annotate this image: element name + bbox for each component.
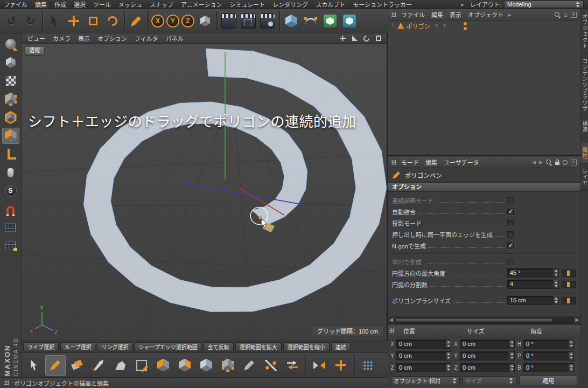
spinner-icon[interactable] — [509, 352, 514, 360]
selection-command-button[interactable]: ループ選択 — [60, 342, 95, 351]
position-field[interactable]: 0 cm — [396, 340, 451, 349]
object-item-polygon[interactable]: └ ポリゴン — [388, 20, 580, 31]
iron-tool-icon[interactable] — [110, 355, 130, 376]
zoom-view-icon[interactable] — [351, 34, 359, 42]
position-field[interactable]: 0 cm — [396, 363, 451, 372]
selection-command-button[interactable]: 全て反転 — [204, 342, 234, 351]
add-panel-icon[interactable] — [571, 160, 577, 165]
redo-icon[interactable]: ↻ — [21, 11, 40, 31]
magnet-snap-icon[interactable] — [2, 201, 19, 217]
layer-chip-icon[interactable] — [434, 24, 438, 28]
quad-pen-tool-icon[interactable] — [131, 355, 152, 376]
history-forward-icon[interactable]: ▶ — [539, 160, 543, 165]
axis-mode-icon[interactable] — [2, 146, 19, 162]
camera-label[interactable]: 透視 — [25, 46, 44, 55]
attribute-manager-menu-item[interactable]: 編集 — [422, 158, 440, 167]
axis-center-tool-icon[interactable] — [331, 355, 351, 376]
menu-item[interactable]: アニメーション — [177, 0, 226, 9]
axis-lock-button[interactable]: Z — [181, 15, 194, 27]
render-view-icon[interactable] — [219, 11, 239, 31]
matrix-extrude-tool-icon[interactable] — [196, 355, 216, 376]
polygon-pen-tool-icon[interactable] — [45, 355, 66, 376]
grid-snap-tool-icon[interactable] — [358, 355, 378, 376]
spinner-icon[interactable] — [568, 364, 573, 372]
search-icon[interactable] — [555, 12, 561, 18]
object-label[interactable]: ポリゴン — [407, 22, 430, 30]
viewport-menu-item[interactable]: パネル — [162, 33, 187, 43]
line-cut-tool-icon[interactable] — [239, 355, 260, 376]
panel-tab[interactable]: コンテンツブラウザ — [581, 54, 588, 116]
panel-tab[interactable]: レイヤ — [581, 164, 588, 191]
viewport-menu-item[interactable]: カメラ — [49, 33, 74, 43]
coordinate-system-icon[interactable] — [195, 11, 215, 31]
inner-extrude-tool-icon[interactable] — [174, 355, 195, 376]
spinner-icon[interactable] — [553, 269, 558, 277]
render-settings-icon[interactable] — [258, 11, 277, 31]
polygons-mode-icon[interactable] — [2, 128, 19, 144]
create-polygon-tool-icon[interactable] — [67, 355, 87, 376]
workplane-lock-icon[interactable] — [2, 238, 19, 254]
layout-dropdown[interactable]: Modeling — [504, 1, 584, 8]
search-icon[interactable] — [546, 160, 552, 165]
pin-icon[interactable] — [563, 160, 568, 165]
viewport-canvas[interactable]: Y Z X 透視 シフト＋エッジのドラッグでポリゴンの連続的追加 グリッド間隔：… — [22, 44, 387, 340]
panel-tab[interactable]: 属性 — [581, 143, 588, 164]
viewport-menu-item[interactable]: フィルタ — [131, 33, 162, 43]
history-back-icon[interactable]: ◀ — [532, 160, 536, 165]
rotation-field[interactable]: 0 ° — [523, 363, 574, 372]
menu-item[interactable]: メッシュ — [115, 0, 146, 9]
checkbox[interactable] — [507, 220, 514, 226]
object-manager-menu-item[interactable]: オブジェクト — [465, 10, 507, 19]
rotation-field[interactable]: 0 ° — [523, 340, 574, 349]
axis-lock-button[interactable]: Y — [166, 15, 179, 27]
attribute-manager-menu-item[interactable]: ユーザデータ — [440, 158, 482, 167]
viewport-menu-item[interactable]: ビュー — [24, 33, 49, 43]
apply-button[interactable]: 適用 — [519, 376, 577, 385]
section-header-options[interactable]: オプション — [388, 182, 580, 192]
spline-pen-icon[interactable] — [301, 11, 320, 31]
object-manager-menu-item[interactable]: ファイル — [398, 10, 428, 19]
menu-item[interactable]: スナップ — [146, 0, 177, 9]
scroll-right-icon[interactable]: ▶ — [573, 317, 580, 322]
knife-tool-icon[interactable] — [88, 355, 109, 376]
menu-item[interactable]: モーショントラッカー — [349, 0, 416, 9]
snap-mode-icon[interactable]: S — [2, 183, 19, 199]
checkbox[interactable] — [507, 197, 514, 204]
checkbox[interactable] — [507, 242, 514, 249]
weld-tool-icon[interactable] — [261, 355, 281, 376]
extrude-tool-icon[interactable] — [153, 355, 173, 376]
scroll-left-icon[interactable]: ◀ — [388, 317, 395, 322]
attribute-manager-menu-item[interactable]: モード — [398, 158, 422, 167]
spinner-icon[interactable] — [509, 364, 514, 372]
render-region-icon[interactable] — [239, 11, 258, 31]
menu-item[interactable]: シミュレート — [226, 0, 269, 9]
mini-slider[interactable] — [562, 281, 576, 288]
grid-snap-icon[interactable] — [2, 219, 19, 235]
home-icon[interactable] — [564, 11, 568, 18]
deformer-icon[interactable] — [340, 11, 359, 31]
checkbox[interactable] — [507, 231, 514, 238]
menu-more-icon[interactable] — [507, 11, 513, 18]
spinner-icon[interactable] — [445, 340, 451, 348]
add-icon[interactable] — [571, 12, 577, 18]
edges-mode-icon[interactable] — [2, 109, 19, 126]
pan-view-icon[interactable] — [339, 34, 347, 42]
axis-lock-button[interactable]: X — [151, 15, 164, 27]
viewport-menu-item[interactable]: オプション — [94, 33, 131, 43]
scale-icon[interactable] — [83, 11, 103, 31]
object-manager-menu-item[interactable]: 編集 — [428, 10, 446, 19]
checkbox[interactable] — [507, 259, 514, 265]
menu-item[interactable]: 編集 — [31, 0, 51, 9]
visibility-dots[interactable] — [464, 22, 467, 30]
spinner-icon[interactable] — [553, 280, 558, 288]
move-icon[interactable] — [64, 11, 83, 31]
horizontal-scrollbar[interactable]: ◀ ▶ — [388, 316, 580, 323]
spinner-icon[interactable] — [568, 340, 573, 348]
lock-icon[interactable] — [555, 162, 559, 165]
live-selection-icon[interactable] — [45, 11, 64, 31]
spinner-icon[interactable] — [445, 352, 451, 360]
rotate-icon[interactable] — [103, 11, 122, 31]
brush-size-field[interactable]: 15 cm — [507, 296, 559, 305]
recent-tool-polygon-pen-icon[interactable] — [127, 11, 146, 31]
object-manager-menu-item[interactable]: 表示 — [446, 10, 465, 19]
